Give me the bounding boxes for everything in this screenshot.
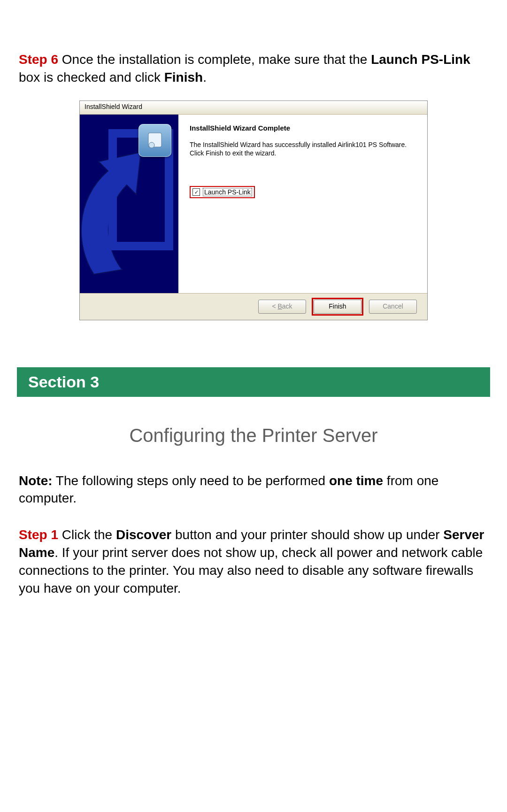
note-paragraph: Note: The following steps only need to b… xyxy=(19,472,488,508)
wizard-side-graphic xyxy=(80,115,178,293)
wizard-body-text: The InstallShield Wizard has successfull… xyxy=(190,140,416,158)
launch-pslink-label: Launch PS-Link xyxy=(203,188,252,196)
svg-point-3 xyxy=(149,142,154,148)
note-bold: one time xyxy=(329,473,383,488)
installshield-window: InstallShield Wizard InstallShield Wizar… xyxy=(79,101,428,320)
wizard-content: InstallShield Wizard Complete The Instal… xyxy=(178,115,427,293)
finish-button-highlight: Finish xyxy=(312,298,363,316)
note-label: Note: xyxy=(19,473,53,488)
step1-t3: . If your print server does not show up,… xyxy=(19,545,483,595)
finish-button[interactable]: Finish xyxy=(314,300,361,314)
step6-bold2: Finish xyxy=(164,70,203,85)
step1-t2: button and your printer should show up u… xyxy=(171,527,443,542)
computer-box-icon xyxy=(138,124,171,157)
wizard-heading: InstallShield Wizard Complete xyxy=(190,124,416,132)
cancel-button[interactable]: Cancel xyxy=(369,300,417,314)
section-bar: Section 3 xyxy=(17,367,490,397)
note-text1: The following steps only need to be perf… xyxy=(53,473,329,488)
step1-label: Step 1 xyxy=(19,527,58,542)
step1-paragraph: Step 1 Click the Discover button and you… xyxy=(19,526,488,597)
step6-text-3: . xyxy=(203,70,207,85)
wizard-button-bar: < Back Finish Cancel xyxy=(80,293,427,320)
back-suffix: ack xyxy=(282,302,292,310)
step1-t1: Click the xyxy=(58,527,116,542)
step6-text-1: Once the installation is complete, make … xyxy=(58,52,371,67)
step6-bold1: Launch PS-Link xyxy=(371,52,470,67)
step6-text-2: box is checked and click xyxy=(19,70,164,85)
launch-pslink-checkbox[interactable] xyxy=(192,188,200,196)
step6-paragraph: Step 6 Once the installation is complete… xyxy=(19,51,488,86)
window-titlebar: InstallShield Wizard xyxy=(80,101,427,115)
step1-b1: Discover xyxy=(116,527,171,542)
back-button[interactable]: < Back xyxy=(258,300,306,314)
section-title: Configuring the Printer Server xyxy=(19,425,488,446)
back-access-key: B xyxy=(277,302,282,310)
launch-pslink-checkbox-row: Launch PS-Link xyxy=(190,186,255,198)
back-prefix: < xyxy=(272,302,277,310)
step6-label: Step 6 xyxy=(19,52,58,67)
